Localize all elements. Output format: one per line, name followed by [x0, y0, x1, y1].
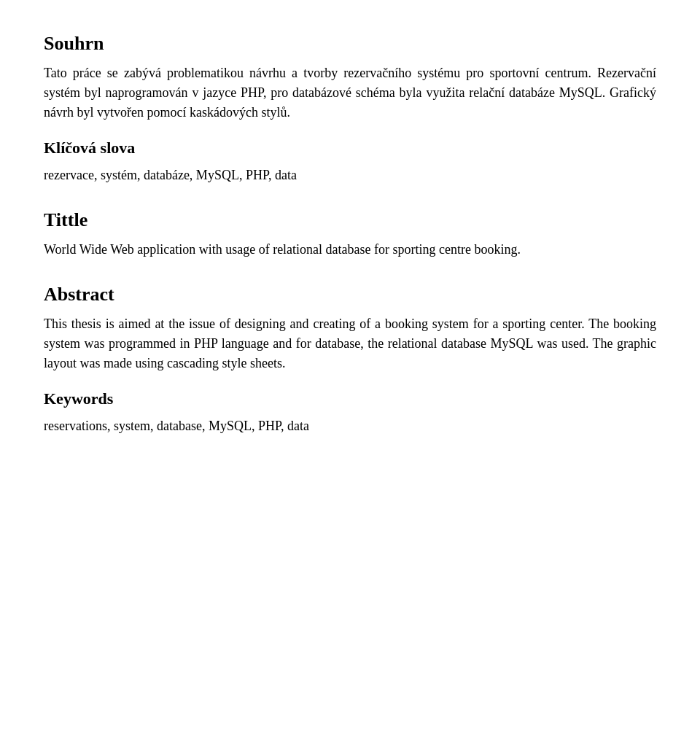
- klicovaslova-value: rezervace, systém, databáze, MySQL, PHP,…: [44, 166, 656, 185]
- keywords-heading: Keywords: [44, 386, 656, 411]
- souhrn-paragraph: Tato práce se zabývá problematikou návrh…: [44, 63, 656, 123]
- abstract-section: Abstract This thesis is aimed at the iss…: [44, 280, 656, 436]
- keywords-value: reservations, system, database, MySQL, P…: [44, 416, 656, 436]
- tittle-paragraph: World Wide Web application with usage of…: [44, 240, 656, 260]
- abstract-heading: Abstract: [44, 280, 656, 308]
- abstract-paragraph: This thesis is aimed at the issue of des…: [44, 314, 656, 373]
- keywords-section: Keywords reservations, system, database,…: [44, 386, 656, 436]
- tittle-section: Tittle World Wide Web application with u…: [44, 206, 656, 260]
- souhrn-heading: Souhrn: [44, 29, 656, 58]
- tittle-heading: Tittle: [44, 206, 656, 234]
- klicovaslova-heading: Klíčová slova: [44, 136, 656, 160]
- souhrn-section: Souhrn Tato práce se zabývá problematiko…: [44, 29, 656, 185]
- klicovaslova-section: Klíčová slova rezervace, systém, databáz…: [44, 136, 656, 185]
